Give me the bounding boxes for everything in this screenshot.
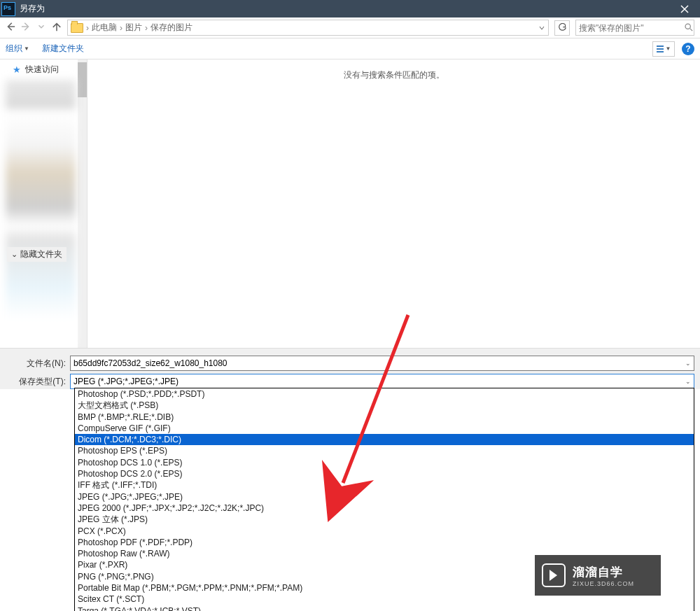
refresh-icon xyxy=(558,23,567,32)
nav-up-button[interactable] xyxy=(52,22,62,34)
new-folder-button[interactable]: 新建文件夹 xyxy=(42,43,84,55)
star-icon: ★ xyxy=(13,64,21,75)
chevron-down-icon xyxy=(538,24,545,31)
quick-access-label: 快速访问 xyxy=(25,64,59,76)
filetype-option[interactable]: Dicom (*.DCM;*.DC3;*.DIC) xyxy=(75,434,694,445)
help-button[interactable]: ? xyxy=(682,43,694,55)
view-options-button[interactable]: ▼ xyxy=(652,41,675,57)
filename-field[interactable]: ⌄ xyxy=(70,356,694,371)
watermark-url: ZIXUE.3D66.COM xyxy=(573,580,634,587)
filetype-option[interactable]: BMP (*.BMP;*.RLE;*.DIB) xyxy=(75,412,694,423)
chevron-down-icon xyxy=(36,22,46,31)
filetype-option[interactable]: Photoshop EPS (*.EPS) xyxy=(75,445,694,456)
filename-input[interactable] xyxy=(74,358,685,368)
filetype-option[interactable]: JPEG (*.JPG;*.JPEG;*.JPE) xyxy=(75,491,694,503)
address-bar[interactable]: › 此电脑 › 图片 › 保存的图片 xyxy=(67,20,549,36)
filetype-option[interactable]: JPEG 2000 (*.JPF;*.JPX;*.JP2;*.J2C;*.J2K… xyxy=(75,503,694,514)
breadcrumb-l2[interactable]: 保存的图片 xyxy=(150,22,192,34)
main-content: ★ 快速访问 没有与搜索条件匹配的项。 xyxy=(0,59,700,348)
organize-label: 组织 xyxy=(6,43,22,55)
filetype-label: 保存类型(T): xyxy=(0,376,70,388)
filename-label: 文件名(N): xyxy=(0,358,70,370)
search-box[interactable] xyxy=(575,20,694,36)
organize-button[interactable]: 组织 ▼ xyxy=(6,43,29,55)
filetype-option[interactable]: Targa (*.TGA;*.VDA;*.ICB;*.VST) xyxy=(75,605,694,611)
sidebar-item-quick-access[interactable]: ★ 快速访问 xyxy=(0,59,87,77)
search-icon xyxy=(684,22,693,34)
folder-icon xyxy=(71,23,83,33)
photoshop-app-icon xyxy=(1,2,15,16)
arrow-left-icon xyxy=(6,22,15,31)
filetype-option[interactable]: Photoshop DCS 2.0 (*.EPS) xyxy=(75,468,694,479)
chevron-down-icon: ⌄ xyxy=(685,378,691,385)
watermark-title: 溜溜自学 xyxy=(573,564,634,580)
arrow-right-icon xyxy=(21,22,31,31)
search-input[interactable] xyxy=(579,23,684,33)
nav-back-button[interactable] xyxy=(6,22,15,34)
empty-message: 没有与搜索条件匹配的项。 xyxy=(344,69,444,348)
close-button[interactable] xyxy=(668,0,700,17)
filetype-option[interactable]: PCX (*.PCX) xyxy=(75,526,694,537)
address-dropdown[interactable] xyxy=(538,24,545,31)
save-form: 文件名(N): ⌄ 保存类型(T): JPEG (*.JPG;*.JPEG;*.… xyxy=(0,348,700,389)
filetype-option[interactable]: 大型文档格式 (*.PSB) xyxy=(75,400,694,411)
filetype-option[interactable]: IFF 格式 (*.IFF;*.TDI) xyxy=(75,479,694,491)
breadcrumb-sep: › xyxy=(86,23,89,33)
navigation-sidebar[interactable]: ★ 快速访问 xyxy=(0,59,88,348)
chevron-down-icon: ⌄ xyxy=(11,250,18,259)
dialog-title: 另存为 xyxy=(20,3,668,15)
filetype-option[interactable]: JPEG 立体 (*.JPS) xyxy=(75,514,694,525)
sidebar-blurred-items xyxy=(6,80,76,346)
close-icon xyxy=(680,5,689,13)
list-view-icon xyxy=(657,45,664,52)
chevron-down-icon: ▼ xyxy=(24,45,29,52)
sidebar-scrollbar[interactable] xyxy=(78,59,87,348)
filetype-option[interactable]: Photoshop (*.PSD;*.PDD;*.PSDT) xyxy=(75,388,694,400)
hide-folders-link[interactable]: ⌄ 隐藏文件夹 xyxy=(7,247,66,262)
filetype-option[interactable]: CompuServe GIF (*.GIF) xyxy=(75,423,694,434)
filetype-combo[interactable]: JPEG (*.JPG;*.JPEG;*.JPE) ⌄ xyxy=(70,374,694,389)
nav-recent-button[interactable] xyxy=(36,22,46,34)
command-bar: 组织 ▼ 新建文件夹 ▼ ? xyxy=(0,38,700,59)
hide-folders-label: 隐藏文件夹 xyxy=(20,248,62,260)
breadcrumb-l1[interactable]: 图片 xyxy=(125,22,142,34)
breadcrumb-sep: › xyxy=(120,23,122,33)
nav-forward-button[interactable] xyxy=(21,22,31,34)
breadcrumb-sep: › xyxy=(145,23,148,33)
filetype-option[interactable]: Photoshop DCS 1.0 (*.EPS) xyxy=(75,457,694,468)
filetype-value: JPEG (*.JPG;*.JPEG;*.JPE) xyxy=(74,377,685,386)
file-list-area[interactable]: 没有与搜索条件匹配的项。 xyxy=(88,59,700,348)
chevron-down-icon: ▼ xyxy=(666,45,671,52)
svg-point-0 xyxy=(685,24,690,29)
arrow-up-icon xyxy=(52,22,62,31)
refresh-button[interactable] xyxy=(554,20,570,36)
scrollbar-thumb[interactable] xyxy=(78,62,87,97)
breadcrumb-root[interactable]: 此电脑 xyxy=(92,22,117,34)
chevron-down-icon: ⌄ xyxy=(685,360,691,367)
filetype-option[interactable]: Photoshop PDF (*.PDF;*.PDP) xyxy=(75,537,694,548)
watermark-badge: 溜溜自学 ZIXUE.3D66.COM xyxy=(535,555,661,596)
save-as-dialog: 另存为 › 此电脑 › 图片 › 保存的图片 xyxy=(0,0,700,611)
new-folder-label: 新建文件夹 xyxy=(42,43,84,55)
titlebar: 另存为 xyxy=(0,0,700,17)
nav-bar: › 此电脑 › 图片 › 保存的图片 xyxy=(0,17,700,38)
play-icon xyxy=(542,563,566,587)
